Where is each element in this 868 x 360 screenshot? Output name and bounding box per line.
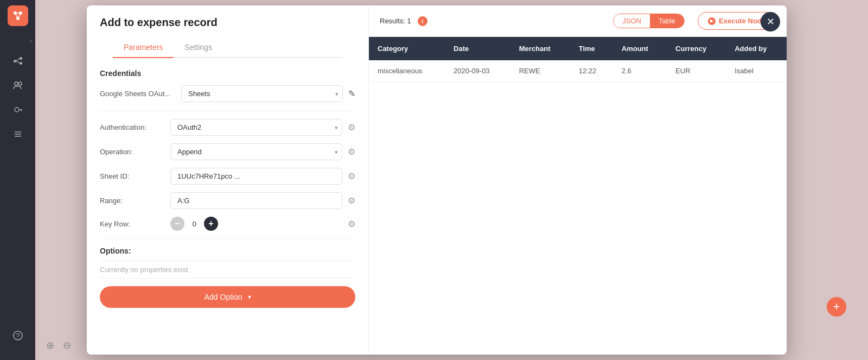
sheet-id-field: Sheet ID: ⚙ xyxy=(100,168,355,185)
range-field: Range: ⚙ xyxy=(100,192,355,209)
key-row-label: Key Row: xyxy=(100,220,165,228)
cell-added-by: Isabel xyxy=(726,60,787,82)
key-row-gear-icon[interactable]: ⚙ xyxy=(348,219,355,229)
zoom-in-icon[interactable]: ⊕ xyxy=(46,339,54,351)
operation-select[interactable]: Append xyxy=(170,143,342,160)
sidebar-logo xyxy=(8,5,28,26)
key-row-stepper: − 0 + xyxy=(170,217,342,231)
table-row: miscellaneous 2020-09-03 REWE 12:22 2.6 … xyxy=(369,60,787,82)
svg-point-11 xyxy=(15,82,18,85)
cell-currency: EUR xyxy=(667,60,726,82)
modal-title-bar: Add to expense record Parameters Setting… xyxy=(87,5,368,58)
key-row-increment-button[interactable]: + xyxy=(204,217,218,231)
right-panel: Results: 1 i JSON Table ▶ Execute Node C… xyxy=(369,5,787,355)
tabs: Parameters Settings xyxy=(113,37,342,58)
divider-2 xyxy=(100,238,355,239)
col-category: Category xyxy=(369,37,445,60)
options-title: Options: xyxy=(100,247,355,255)
credentials-select[interactable]: Sheets xyxy=(181,85,343,102)
zoom-out-icon[interactable]: ⊖ xyxy=(63,339,71,351)
sidebar: › ? xyxy=(0,0,35,360)
left-panel: Add to expense record Parameters Setting… xyxy=(87,5,369,355)
tab-settings[interactable]: Settings xyxy=(174,37,223,58)
panel-content: Credentials Google Sheets OAut... Sheets… xyxy=(87,58,368,319)
sidebar-users-icon[interactable] xyxy=(12,80,23,93)
results-label: Results: 1 xyxy=(380,17,411,25)
cell-category: miscellaneous xyxy=(369,60,445,82)
svg-point-13 xyxy=(15,108,19,112)
col-amount: Amount xyxy=(613,37,667,60)
operation-gear-icon[interactable]: ⚙ xyxy=(348,147,355,157)
authentication-gear-icon[interactable]: ⚙ xyxy=(348,122,355,132)
modal-title: Add to expense record xyxy=(100,16,355,29)
table-view-button[interactable]: Table xyxy=(650,14,684,28)
results-bar: Results: 1 i JSON Table ▶ Execute Node xyxy=(369,5,787,37)
options-section: Options: Currently no properties exist A… xyxy=(100,247,355,308)
authentication-select[interactable]: OAuth2 xyxy=(170,119,342,136)
col-date: Date xyxy=(445,37,510,60)
results-table: Category Date Merchant Time Amount Curre… xyxy=(369,37,787,82)
sidebar-list-icon[interactable] xyxy=(12,129,23,142)
sheet-id-input[interactable] xyxy=(170,168,342,185)
range-input[interactable] xyxy=(170,192,342,209)
svg-point-12 xyxy=(18,82,22,85)
cell-merchant: REWE xyxy=(510,60,570,82)
operation-label: Operation: xyxy=(100,148,165,156)
credentials-row: Google Sheets OAut... Sheets ▾ ✎ xyxy=(100,85,355,102)
col-currency: Currency xyxy=(667,37,726,60)
svg-rect-7 xyxy=(20,57,22,60)
zoom-controls: ⊕ ⊖ xyxy=(46,339,71,351)
col-time: Time xyxy=(570,37,613,60)
cell-date: 2020-09-03 xyxy=(445,60,510,82)
table-header: Category Date Merchant Time Amount Curre… xyxy=(369,37,787,60)
key-row-decrement-button[interactable]: − xyxy=(170,217,184,231)
col-added-by: Added by xyxy=(726,37,787,60)
data-table: Category Date Merchant Time Amount Curre… xyxy=(369,37,787,355)
close-button[interactable]: ✕ xyxy=(761,12,780,31)
json-view-button[interactable]: JSON xyxy=(614,14,650,28)
svg-rect-6 xyxy=(14,60,16,62)
key-row-field: Key Row: − 0 + ⚙ xyxy=(100,217,355,231)
sheet-id-gear-icon[interactable]: ⚙ xyxy=(348,171,355,181)
info-icon: i xyxy=(418,16,427,26)
sidebar-nodes-icon[interactable] xyxy=(12,55,23,69)
svg-line-10 xyxy=(16,61,20,64)
authentication-select-wrapper: OAuth2 ▾ xyxy=(170,119,342,136)
svg-text:?: ? xyxy=(16,332,20,340)
svg-line-9 xyxy=(16,59,20,61)
cell-time: 12:22 xyxy=(570,60,613,82)
add-option-label: Add Option xyxy=(204,293,242,301)
add-node-button[interactable]: + xyxy=(827,297,846,317)
svg-rect-8 xyxy=(20,62,22,65)
authentication-field: Authentication: OAuth2 ▾ ⚙ xyxy=(100,119,355,136)
cell-amount: 2.6 xyxy=(613,60,667,82)
sidebar-key-icon[interactable] xyxy=(12,104,23,118)
add-option-button[interactable]: Add Option ▾ xyxy=(100,286,355,308)
col-merchant: Merchant xyxy=(510,37,570,60)
range-gear-icon[interactable]: ⚙ xyxy=(348,195,355,206)
operation-select-wrapper: Append ▾ xyxy=(170,143,342,160)
play-icon: ▶ xyxy=(708,17,716,25)
range-label: Range: xyxy=(100,197,165,205)
sheet-id-label: Sheet ID: xyxy=(100,172,165,180)
execute-label: Execute Node xyxy=(719,17,765,25)
tab-parameters[interactable]: Parameters xyxy=(113,37,174,58)
authentication-label: Authentication: xyxy=(100,123,165,131)
table-body: miscellaneous 2020-09-03 REWE 12:22 2.6 … xyxy=(369,60,787,82)
credentials-title: Credentials xyxy=(100,69,355,78)
modal: ✕ Add to expense record Parameters Setti… xyxy=(87,5,787,355)
credentials-label: Google Sheets OAut... xyxy=(100,90,176,98)
key-row-value: 0 xyxy=(188,220,201,228)
operation-field: Operation: Append ▾ ⚙ xyxy=(100,143,355,160)
edit-credentials-icon[interactable]: ✎ xyxy=(348,89,355,99)
sidebar-expand-icon[interactable]: › xyxy=(30,37,32,45)
divider-1 xyxy=(100,111,355,111)
credentials-select-wrapper: Sheets ▾ xyxy=(181,85,343,102)
sidebar-help-icon[interactable]: ? xyxy=(12,330,23,344)
view-toggle: JSON Table xyxy=(613,14,685,28)
no-properties-text: Currently no properties exist xyxy=(100,261,355,279)
add-option-chevron-icon: ▾ xyxy=(248,293,251,301)
